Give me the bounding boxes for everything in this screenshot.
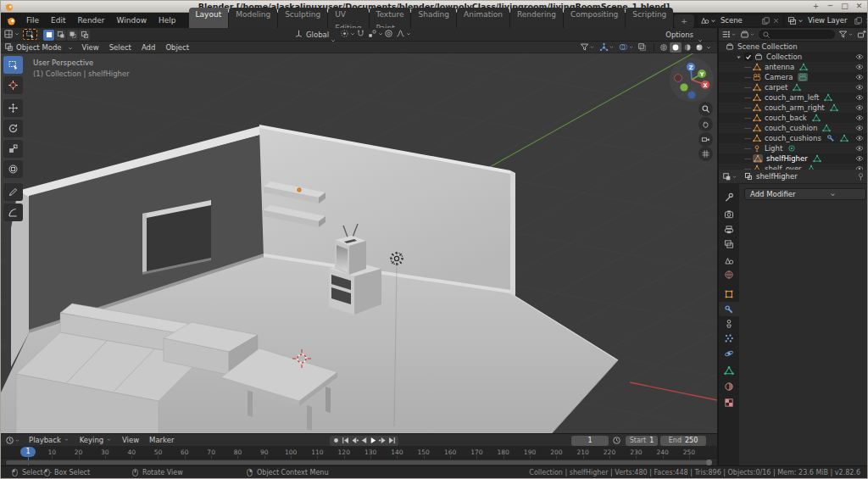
navigation-gizmo[interactable]: Z Y X [667,55,717,106]
outliner-row-shelfhigher[interactable]: shelfHigher [719,153,868,164]
shading-rendered-icon[interactable] [693,42,705,53]
properties-tab-constraints[interactable] [719,316,739,331]
properties-tab-object[interactable] [719,287,739,301]
outliner-row-couch_arm_right[interactable]: couch_arm_right [719,103,868,113]
snap-target-button[interactable] [368,29,384,38]
orientation-dropdown[interactable]: Global [306,31,329,39]
snap-toggle-icon[interactable] [356,29,365,38]
viewport-menu-object[interactable]: Object [160,42,194,53]
new-scene-icon[interactable] [761,16,771,25]
timeline-menu-keying[interactable]: Keying [75,436,117,444]
tool-measure[interactable] [3,203,23,221]
jump-start-button[interactable] [341,436,350,446]
properties-tab-output[interactable] [719,222,739,237]
tool-select-box[interactable] [3,56,23,74]
outliner-row-couch_arm_left[interactable]: couch_arm_left [719,92,868,103]
prev-keyframe-button[interactable] [350,436,359,446]
outliner-filter-mode-button[interactable] [740,30,755,39]
pan-button[interactable] [698,117,713,131]
properties-tab-tool[interactable] [719,190,739,204]
frame-end-field[interactable]: End250 [660,436,706,446]
timeline-menu-playback[interactable]: Playback [24,436,75,444]
properties-tab-particles[interactable] [719,331,739,345]
new-collection-button[interactable] [857,30,866,39]
remove-view-layer-icon[interactable] [865,17,868,25]
frame-start-field[interactable]: Start1 [626,436,658,446]
shading-solid-icon[interactable] [670,42,682,53]
outliner-row-couch_back[interactable]: couch_back [719,113,868,123]
tool-rotate[interactable] [3,120,23,137]
shading-material-icon[interactable] [682,42,693,53]
mode-dropdown[interactable]: Object Mode [14,42,67,53]
scene-canvas[interactable] [1,53,717,433]
properties-tab-world[interactable] [719,267,739,281]
properties-tab-object-data[interactable] [719,363,739,377]
pivot-point-button[interactable] [340,29,356,38]
timeline-menu-marker[interactable]: Marker [144,436,179,444]
view-layer-selector[interactable]: View Layer [785,15,868,26]
unlink-scene-icon[interactable] [772,17,780,25]
tool-scale[interactable] [3,140,23,158]
menu-file[interactable]: File [20,13,45,28]
play-button[interactable] [369,436,378,446]
select-mode-extend[interactable] [55,30,66,41]
menu-edit[interactable]: Edit [45,13,71,28]
filter-dropdown-icon[interactable] [580,42,595,52]
outliner-row-collection[interactable]: Collection [719,52,868,62]
play-reverse-button[interactable] [359,436,369,446]
active-tool-box-select[interactable] [23,29,37,40]
proportional-editing-icon[interactable] [384,29,393,38]
current-frame-field[interactable]: 1 [571,436,609,446]
toggle-ortho-button[interactable] [698,147,713,161]
pin-icon[interactable] [856,172,865,181]
camera-view-button[interactable] [698,132,713,147]
xray-toggle-icon[interactable] [637,42,647,52]
viewport-menu-select[interactable]: Select [104,42,136,53]
next-keyframe-button[interactable] [378,436,387,446]
3d-viewport[interactable]: User Perspective (1) Collection | shelfH… [1,53,717,433]
properties-tab-physics[interactable] [719,346,739,360]
properties-tab-texture[interactable] [719,395,739,409]
auto-keying-icon[interactable] [612,436,621,445]
add-modifier-dropdown[interactable]: Add Modifier [744,188,866,200]
new-view-layer-icon[interactable] [854,16,863,25]
properties-tab-view-layer[interactable] [719,237,739,251]
viewport-menu-view[interactable]: View [77,42,104,53]
outliner-row-couch_cushion[interactable]: couch_cushion [719,123,868,133]
properties-tab-material[interactable] [719,379,739,393]
outliner-row-scene-collection[interactable]: Scene Collection [719,42,868,52]
blender-app-icon[interactable] [6,15,17,26]
outliner-display-mode-button[interactable] [721,30,737,39]
tool-move[interactable] [3,99,23,117]
select-mode-tweak[interactable] [43,30,54,41]
expand-icon[interactable] [735,53,743,61]
options-dropdown[interactable]: Options [665,31,693,39]
properties-tab-scene[interactable] [719,253,739,268]
outliner-row-carpet[interactable]: carpet [719,82,868,92]
viewport-menu-add[interactable]: Add [136,42,160,53]
maximize-button[interactable]: □ [840,1,849,12]
editor-type-button[interactable] [3,29,20,39]
timeline-editor-type-button[interactable] [5,436,20,445]
collection-checkbox[interactable] [744,53,753,61]
current-frame-indicator[interactable]: 1 [20,447,36,457]
minimize-button[interactable]: ─ [826,1,835,12]
jump-end-button[interactable] [387,436,397,446]
outliner-row-light[interactable]: Light [719,143,868,153]
falloff-curve-button[interactable] [396,29,412,38]
properties-tab-modifiers[interactable] [719,302,739,316]
timeline-ruler[interactable]: 1 10203040506070809010011012013014015016… [1,446,717,459]
gizmos-toggle-icon[interactable] [599,42,615,52]
scene-selector[interactable]: Scene [698,15,782,26]
outliner-row-shelf_over[interactable]: shelf_over [719,164,868,170]
properties-editor-icon[interactable] [722,172,737,181]
outliner-filter-icon[interactable] [838,30,854,39]
menu-help[interactable]: Help [153,13,182,28]
select-mode-intersect[interactable] [79,30,90,41]
shading-wireframe-icon[interactable] [658,42,670,53]
outliner-search-input[interactable] [759,30,835,39]
add-workspace-button[interactable]: + [674,14,694,28]
zoom-button[interactable] [698,102,713,116]
timeline-menu-view[interactable]: View [117,436,144,444]
menu-render[interactable]: Render [72,13,111,28]
